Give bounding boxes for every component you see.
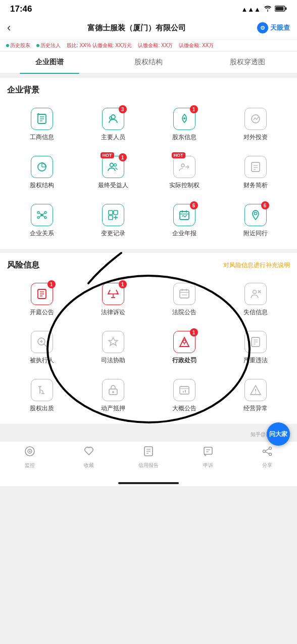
grid-item-dishonest[interactable]: 失信信息	[221, 278, 290, 324]
admin-penalty-icon: 1	[173, 331, 195, 353]
back-button[interactable]: ‹	[7, 21, 11, 34]
info-tag-subscribed1: 认缴金额: XX万	[138, 42, 173, 49]
judicial-label: 司法协助	[101, 356, 125, 365]
battery-icon	[275, 6, 287, 13]
grid-item-bizinfo[interactable]: 工商信息	[7, 103, 76, 149]
svg-point-21	[181, 164, 184, 167]
svg-rect-3	[276, 7, 284, 10]
hot-badge-1: HOT	[101, 152, 114, 158]
tianyan-logo[interactable]: 天眼查	[257, 22, 290, 33]
svg-point-19	[110, 163, 113, 167]
equity-pledge-icon	[31, 379, 53, 401]
svg-point-14	[183, 117, 185, 119]
grid-item-movable-mortgage[interactable]: 动产抵押	[78, 374, 147, 420]
bizinfo-icon	[31, 108, 53, 130]
svg-point-47	[254, 212, 257, 215]
svg-point-33	[44, 217, 46, 219]
svg-line-36	[39, 216, 41, 217]
investment-icon	[244, 108, 267, 130]
grid-item-shareholders[interactable]: 1 股东信息	[150, 103, 219, 149]
beneficiary-label: 最终受益人	[98, 181, 128, 190]
grid-item-judicial[interactable]: 司法协助	[78, 326, 147, 372]
grid-item-control[interactable]: HOT 实际控制权	[150, 151, 219, 197]
background-title: 企业背景	[7, 85, 290, 96]
investment-label: 对外投资	[243, 133, 268, 142]
admin-penalty-label: 行政处罚	[172, 356, 196, 365]
tab-equity-structure[interactable]: 股权结构	[99, 52, 198, 73]
svg-point-67	[183, 340, 186, 343]
home-indicator-bar	[118, 482, 179, 484]
grid-item-changes[interactable]: 变更记录	[78, 199, 147, 245]
movable-mortgage-label: 动产抵押	[101, 404, 125, 413]
grid-item-relations[interactable]: 企业关系	[7, 199, 76, 245]
beneficiary-icon: HOT 1	[102, 156, 124, 178]
abnormal-label: 经营异常	[243, 404, 268, 413]
court-notice-label: 开庭公告	[30, 308, 54, 317]
svg-rect-25	[252, 162, 260, 171]
shareholders-icon: 1	[173, 108, 195, 130]
enforced-label: 被执行人	[30, 356, 54, 365]
svg-rect-38	[109, 210, 113, 214]
wifi-icon	[264, 6, 272, 13]
tab-credit-report[interactable]: 信用报告	[119, 446, 178, 469]
svg-rect-40	[109, 216, 113, 220]
svg-rect-78	[180, 387, 189, 394]
svg-point-81	[255, 393, 256, 394]
dishonest-label: 失信信息	[243, 308, 268, 317]
court-notice-icon: 1	[31, 283, 53, 305]
svg-rect-89	[204, 447, 212, 454]
status-time: 17:46	[10, 4, 32, 14]
grid-item-beneficiary[interactable]: HOT 1 最终受益人	[78, 151, 147, 197]
keymembers-label: 主要人员	[101, 133, 125, 142]
svg-rect-43	[180, 211, 189, 220]
grid-item-equity-pledge[interactable]: 股权出质	[7, 374, 76, 420]
annual-badge: 6	[190, 201, 198, 209]
grid-item-court-announcement[interactable]: 法院公告	[150, 278, 219, 324]
tab-equity-penetration[interactable]: 股权穿透图	[198, 52, 297, 73]
litigation-badge: 1	[119, 280, 127, 288]
equity-label: 股权结构	[30, 181, 54, 190]
svg-point-84	[29, 451, 30, 452]
grid-item-enforced[interactable]: 被执行人	[7, 326, 76, 372]
abnormal-icon	[244, 379, 267, 401]
favorites-label: 收藏	[84, 462, 94, 469]
svg-point-20	[114, 164, 116, 166]
svg-line-96	[266, 449, 269, 451]
svg-marker-11	[37, 113, 39, 114]
watermark: 知乎@厦门自由者	[0, 428, 297, 441]
ask-everyone-fab[interactable]: 问大家	[267, 422, 290, 446]
enforced-icon	[31, 331, 53, 353]
grid-item-admin-penalty[interactable]: 1 行政处罚	[150, 326, 219, 372]
equity-pledge-label: 股权出质	[30, 404, 54, 413]
tab-enterprise-map[interactable]: 企业图谱	[0, 52, 99, 73]
share-icon	[262, 446, 273, 460]
grid-item-abnormal[interactable]: 经营异常	[221, 374, 290, 420]
grid-item-nearby[interactable]: 6 附近同行	[221, 199, 290, 245]
grid-item-court-notice[interactable]: 1 开庭公告	[7, 278, 76, 324]
tab-share[interactable]: 分享	[237, 446, 297, 469]
beneficiary-badge: 1	[119, 153, 127, 161]
grid-item-serious-violation[interactable]: 严重违法	[221, 326, 290, 372]
grid-item-equity[interactable]: 股权结构	[7, 151, 76, 197]
court-announcement-label: 法院公告	[172, 308, 196, 317]
svg-line-35	[43, 213, 44, 214]
keymembers-badge: 3	[119, 105, 127, 113]
monitor-icon	[24, 446, 35, 460]
grid-item-litigation[interactable]: 1 法律诉讼	[78, 278, 147, 324]
risk-supplement-action[interactable]: 对风险信息进行补充说明	[223, 261, 290, 270]
movable-mortgage-icon	[102, 379, 124, 401]
grid-item-annual[interactable]: 6 企业年报	[150, 199, 219, 245]
grid-item-announcement[interactable]: 大概公告	[150, 374, 219, 420]
grid-item-finance[interactable]: 财务简析	[221, 151, 290, 197]
risk-grid: 1 开庭公告 1 法律诉讼 法院公告	[7, 278, 290, 420]
finance-label: 财务简析	[243, 181, 268, 190]
background-section: 企业背景 工商信息 3 主要人员 1	[0, 78, 297, 249]
grid-item-keymembers[interactable]: 3 主要人员	[78, 103, 147, 149]
tab-monitor[interactable]: 监控	[0, 446, 60, 469]
tianyan-label: 天眼查	[270, 23, 290, 32]
tab-favorites[interactable]: 收藏	[60, 446, 119, 469]
grid-item-investment[interactable]: 对外投资	[221, 103, 290, 149]
background-grid: 工商信息 3 主要人员 1 股东信息 对外投资	[7, 103, 290, 245]
svg-rect-39	[114, 210, 118, 214]
tab-appeal[interactable]: 申诉	[178, 446, 238, 469]
